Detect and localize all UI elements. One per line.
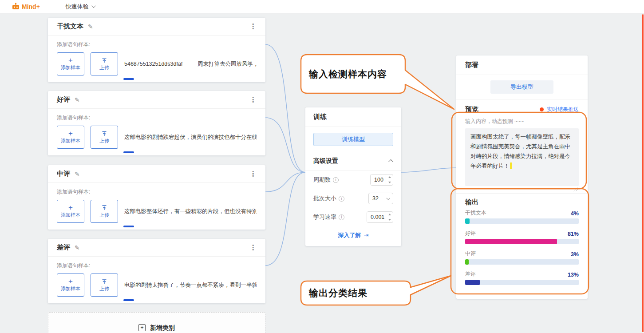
upload-icon (101, 278, 107, 285)
train-model-button[interactable]: 训练模型 (313, 133, 393, 146)
learning-rate-row: 学习速率 i (305, 208, 401, 226)
class-card-header: 好评 ✎ ⋮ (48, 91, 265, 109)
plus-icon: + (68, 57, 73, 63)
upload-icon (101, 57, 107, 63)
stepper-up-icon[interactable] (386, 174, 393, 180)
learning-rate-input[interactable] (367, 211, 393, 223)
epochs-input[interactable] (370, 174, 393, 186)
probability-bar-fill (465, 280, 480, 285)
stepper-down-icon[interactable] (386, 217, 393, 222)
add-class-card[interactable]: + 新增类别 (48, 312, 265, 333)
output-percent: 81% (568, 231, 579, 237)
upload-button[interactable]: 上传 (91, 200, 118, 223)
preview-title: 预览 (465, 105, 478, 114)
batch-size-select[interactable]: 32 (368, 193, 393, 204)
sample-text: 546875513251dds3dfaf (124, 61, 182, 67)
more-options-icon[interactable]: ⋮ (249, 22, 257, 31)
stepper-up-icon[interactable] (386, 212, 393, 217)
add-sample-hint: 添加语句样本: (57, 262, 257, 270)
epochs-label: 周期数 (313, 176, 331, 184)
add-sample-hint: 添加语句样本: (57, 41, 257, 48)
live-dot-icon (540, 107, 544, 111)
probability-bar-fill (465, 218, 470, 224)
output-class-label: 干扰文本 (465, 209, 486, 217)
prediction-input[interactable]: 画面构图太绝了，每一帧都像壁纸，配乐和剧情氛围完美契合，尤其是主角在雨中对峙的片… (465, 128, 579, 186)
sample-scrollbar[interactable] (123, 226, 134, 227)
add-sample-button[interactable]: + 添加样本 (57, 200, 84, 223)
workspace: 干扰文本 ✎ ⋮ 添加语句样本: + 添加样本 上传 546875513251d… (0, 13, 644, 333)
app-logo: Mind+ (12, 3, 40, 10)
sample-text: 电影的剧情太拖沓了，节奏一点都不紧凑，看到一半就想睡觉。 (124, 282, 257, 288)
learn-more-link[interactable]: 深入了解⇥ (305, 226, 401, 246)
learning-rate-label: 学习速率 (313, 213, 336, 221)
upload-icon (101, 205, 107, 211)
robot-logo-icon (12, 3, 20, 10)
class-title: 干扰文本 (57, 22, 83, 31)
deploy-title: 部署 (465, 61, 478, 69)
add-sample-button[interactable]: + 添加样本 (57, 274, 84, 297)
info-icon[interactable]: i (339, 196, 344, 202)
add-class-icon: + (138, 324, 146, 331)
edit-pencil-icon[interactable]: ✎ (75, 96, 80, 103)
deploy-header: 部署 (456, 56, 588, 75)
advanced-settings-toggle[interactable]: 高级设置 (305, 152, 401, 170)
sample-list[interactable]: 546875513251dds3dfaf 周末打算去公园放风筝， 今天 (124, 60, 257, 68)
stepper-down-icon[interactable] (386, 180, 393, 185)
class-title: 好评 (57, 95, 70, 104)
info-icon[interactable]: i (333, 177, 339, 183)
stepper-control[interactable] (386, 174, 393, 185)
resize-grip-icon[interactable] (573, 187, 578, 191)
more-options-icon[interactable]: ⋮ (249, 243, 257, 252)
batch-size-label: 批次大小 (313, 194, 336, 202)
training-title: 训练 (313, 113, 327, 121)
sample-scrollbar[interactable] (123, 151, 134, 153)
class-title: 差评 (57, 243, 70, 252)
probability-bar (465, 218, 579, 224)
sample-list[interactable]: 电影的剧情太拖沓了，节奏一点都不紧凑，看到一半就想睡觉。 (124, 281, 257, 289)
edit-pencil-icon[interactable]: ✎ (88, 23, 93, 30)
output-percent: 4% (571, 210, 579, 217)
sample-scrollbar[interactable] (123, 78, 134, 80)
chevron-down-icon (386, 196, 390, 200)
output-callout-text: 输出分类结果 (309, 287, 367, 299)
add-sample-button[interactable]: + 添加样本 (57, 126, 84, 149)
add-sample-hint: 添加语句样本: (57, 114, 257, 122)
output-percent: 3% (571, 251, 579, 258)
top-bar: Mind+ 快速体验 (0, 0, 644, 13)
edit-pencil-icon[interactable]: ✎ (75, 244, 80, 251)
output-bar-row: 好评 81% (456, 230, 588, 244)
page-scrollbar[interactable] (642, 14, 644, 332)
info-icon[interactable]: i (339, 214, 344, 220)
class-card-header: 差评 ✎ ⋮ (48, 239, 265, 257)
sample-list[interactable]: 这部电影的剧情跌宕起伏，演员们的演技也都十分在线，特效更是 (124, 134, 257, 141)
add-sample-hint: 添加语句样本: (57, 188, 257, 196)
plus-icon: + (68, 204, 73, 211)
quick-experience-menu[interactable]: 快速体验 (66, 3, 95, 11)
logo-text: Mind+ (22, 3, 40, 10)
epochs-row: 周期数 i (305, 170, 401, 189)
sample-text: 这部电影整体还行，有一些精彩的片段，但也没有特别突出的地方 (124, 208, 257, 214)
live-results-link[interactable]: 实时结果推送 (547, 106, 579, 113)
prediction-input-text: 画面构图太绝了，每一帧都像壁纸，配乐和剧情氛围完美契合，尤其是主角在雨中对峙的片… (470, 134, 570, 169)
upload-button[interactable]: 上传 (91, 274, 118, 297)
upload-button[interactable]: 上传 (91, 52, 118, 75)
upload-button[interactable]: 上传 (91, 126, 118, 149)
add-sample-button[interactable]: + 添加样本 (57, 52, 84, 75)
sample-scrollbar[interactable] (123, 299, 134, 301)
edit-pencil-icon[interactable]: ✎ (75, 170, 80, 178)
training-panel: 训练 训练模型 高级设置 周期数 i 批次大小 i (305, 107, 401, 246)
class-card-negative: 差评 ✎ ⋮ 添加语句样本: + 添加样本 上传 电影的剧情太拖沓了，节奏一点都… (48, 239, 265, 303)
probability-bar-fill (465, 259, 469, 265)
probability-bar (465, 259, 579, 265)
more-options-icon[interactable]: ⋮ (249, 95, 257, 104)
output-bar-row: 中评 3% (456, 250, 588, 265)
output-bar-row: 干扰文本 4% (456, 209, 588, 224)
deploy-panel: 部署 导出模型 预览 实时结果推送 输入内容，动态预测 ~~~ 画面构图太绝了，… (456, 56, 588, 299)
more-options-icon[interactable]: ⋮ (249, 170, 257, 178)
epochs-value-field[interactable] (371, 174, 386, 185)
sample-list[interactable]: 这部电影整体还行，有一些精彩的片段，但也没有特别突出的地方 (124, 208, 257, 215)
upload-icon (101, 131, 107, 137)
export-model-button[interactable]: 导出模型 (490, 80, 553, 94)
learning-rate-value-field[interactable] (367, 212, 386, 222)
stepper-control[interactable] (386, 212, 393, 222)
